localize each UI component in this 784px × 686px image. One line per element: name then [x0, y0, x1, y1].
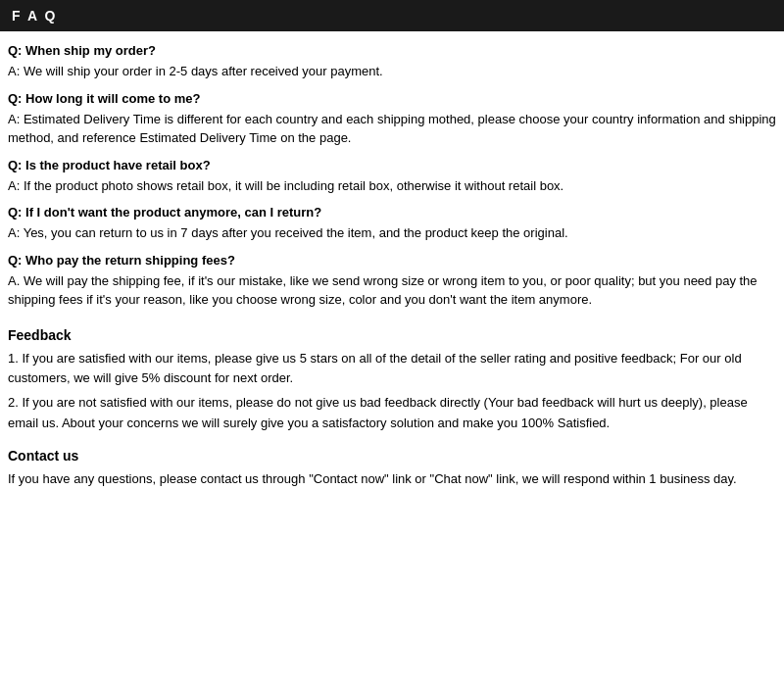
qa-item-1: Q: When ship my order? A: We will ship y… [8, 43, 776, 81]
qa-item-5: Q: Who pay the return shipping fees? A. … [8, 253, 776, 310]
qa-item-3: Q: Is the product have retail box? A: If… [8, 158, 776, 196]
qa-item-4: Q: If I don't want the product anymore, … [8, 205, 776, 243]
contact-content: If you have any questions, please contac… [8, 469, 776, 490]
contact-title: Contact us [8, 448, 776, 464]
feedback-content: 1. If you are satisfied with our items, … [8, 349, 776, 434]
question-2: Q: How long it will come to me? [8, 91, 776, 106]
answer-3: A: If the product photo shows retail box… [8, 176, 776, 196]
feedback-point1: 1. If you are satisfied with our items, … [8, 349, 776, 390]
question-4: Q: If I don't want the product anymore, … [8, 205, 776, 220]
question-1: Q: When ship my order? [8, 43, 776, 58]
feedback-point2: 2. If you are not satisfied with our ite… [8, 393, 776, 434]
question-5: Q: Who pay the return shipping fees? [8, 253, 776, 268]
answer-4: A: Yes, you can return to us in 7 days a… [8, 223, 776, 243]
answer-5: A. We will pay the shipping fee, if it's… [8, 271, 776, 310]
answer-1: A: We will ship your order in 2-5 days a… [8, 62, 776, 81]
faq-title: F A Q [12, 8, 57, 24]
answer-2: A: Estimated Delivery Time is different … [8, 110, 776, 148]
faq-header: F A Q [0, 0, 784, 31]
contact-text: If you have any questions, please contac… [8, 469, 776, 490]
qa-item-2: Q: How long it will come to me? A: Estim… [8, 91, 776, 148]
question-3: Q: Is the product have retail box? [8, 158, 776, 172]
main-content: Q: When ship my order? A: We will ship y… [0, 43, 784, 505]
feedback-title: Feedback [8, 327, 776, 343]
